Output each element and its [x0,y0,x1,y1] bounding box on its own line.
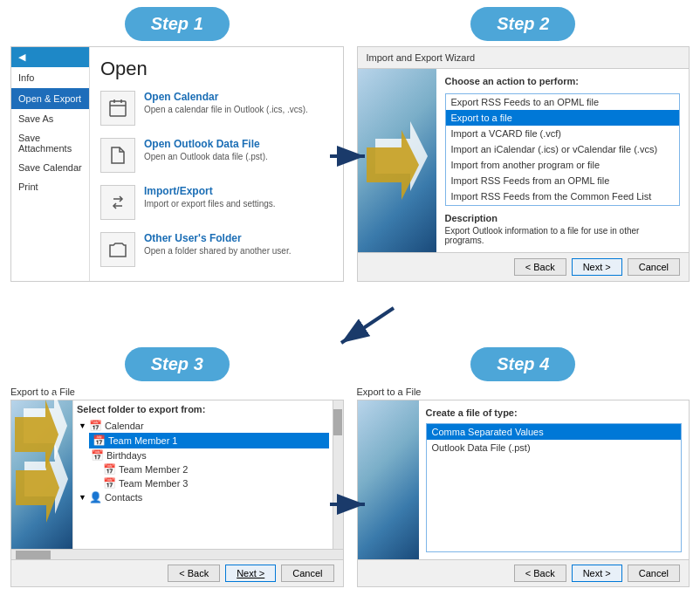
step2-label: Step 2 [470,7,575,41]
open-calendar-desc: Open a calendar file in Outlook (.ics, .… [144,105,308,114]
step4-cancel-button[interactable]: Cancel [628,565,680,582]
step4-column: Step 4 Export to a File Create a file of… [357,347,690,587]
step4-section-label: Export to a File [357,387,690,397]
sidebar-back-button[interactable]: ◀ [11,47,89,67]
open-data-file-icon [100,138,135,173]
sidebar-info-item[interactable]: Info [11,67,89,88]
team1-label: Team Member 1 [108,435,177,446]
sidebar-save-as-item[interactable]: Save As [11,109,89,128]
filetype-body: Create a file of type: Comma Separated V… [358,400,690,559]
wizard-footer: < Back Next > Cancel [358,252,690,281]
tree-item-contacts[interactable]: ▼ 👤 Contacts [77,490,329,504]
arrow-step2-to-step3 [333,304,402,351]
team3-folder-icon: 📅 [103,477,116,489]
open-calendar-item[interactable]: Open Calendar Open a calendar file in Ou… [100,91,333,126]
tree-item-birthdays[interactable]: 📅 Birthdays [89,448,329,462]
birthdays-folder-icon: 📅 [91,449,104,462]
filetype-item-pst[interactable]: Outlook Data File (.pst) [427,440,682,455]
step3-label: Step 3 [125,347,230,381]
team2-label: Team Member 2 [119,464,188,475]
open-calendar-icon [100,91,135,126]
other-user-folder-desc: Open a folder shared by another user. [144,246,291,256]
wizard-prompt: Choose an action to perform: [445,76,681,86]
filetype-list[interactable]: Comma Separated Values Outlook Data File… [426,423,683,552]
other-user-folder-text: Other User's Folder Open a folder shared… [144,232,291,256]
other-user-folder-name: Other User's Folder [144,232,291,244]
step3-back-button[interactable]: < Back [168,565,220,582]
arrow-step1-to-step2 [328,143,372,173]
filetype-footer: < Back Next > Cancel [358,559,690,586]
wizard-list-item-1[interactable]: Export to a file [446,110,680,126]
filetype-main: Create a file of type: Comma Separated V… [419,400,690,559]
other-user-folder-item[interactable]: Other User's Folder Open a folder shared… [100,232,333,267]
other-user-folder-icon [100,232,135,267]
open-data-file-name: Open Outlook Data File [144,138,268,150]
folder-scrollbar[interactable] [333,400,343,549]
wizard-list-item-5[interactable]: Import RSS Feeds from an OPML file [446,173,680,188]
svg-rect-0 [110,101,126,116]
tree-expand-contacts: ▼ [79,493,86,502]
sidebar-save-attachments-item[interactable]: Save Attachments [11,128,89,158]
scrollbar-thumb [333,409,342,435]
step2-cancel-button[interactable]: Cancel [628,258,680,276]
step2-column: Step 2 Import and Export Wizard Choose a [357,7,690,282]
wizard-desc-title: Description [445,213,681,223]
sidebar-open-export-item[interactable]: Open & Export [11,88,89,109]
folder-footer: < Back Next > Cancel [11,559,343,586]
step4-label: Step 4 [470,347,575,381]
import-export-icon [100,185,135,220]
step3-next-button[interactable]: Next > [225,565,276,582]
step1-column: Step 1 ◀ Info Open & Export Save As Save… [10,7,344,282]
filetype-window: Create a file of type: Comma Separated V… [357,400,690,587]
wizard-window: Import and Export Wizard Choose an actio… [357,46,690,282]
folder-main: Select folder to export from: ▼ 📅 Calend… [72,400,343,549]
wizard-list-item-2[interactable]: Import a VCARD file (.vcf) [446,126,680,141]
import-export-desc: Import or export files and settings. [144,199,276,209]
outlook-window: ◀ Info Open & Export Save As Save Attach… [10,46,344,282]
filetype-item-csv[interactable]: Comma Separated Values [427,424,682,440]
birthdays-label: Birthdays [106,450,147,461]
step4-header: Step 4 [357,347,690,381]
team2-folder-icon: 📅 [103,463,116,476]
filetype-prompt: Create a file of type: [426,407,683,418]
wizard-body: Choose an action to perform: Export RSS … [358,69,690,252]
sidebar-print-item[interactable]: Print [11,177,89,196]
open-calendar-text: Open Calendar Open a calendar file in Ou… [144,91,308,114]
tree-item-team2[interactable]: 📅 Team Member 2 [101,462,329,476]
step2-next-button[interactable]: Next > [572,258,622,276]
wizard-list[interactable]: Export RSS Feeds to an OPML file Export … [445,93,681,206]
step4-next-button[interactable]: Next > [572,565,622,582]
step1-label: Step 1 [125,7,230,41]
wizard-list-item-0[interactable]: Export RSS Feeds to an OPML file [446,94,680,110]
hscroll-thumb [16,551,51,559]
calendar-folder-icon: 📅 [89,420,102,432]
horizontal-scrollbar[interactable] [11,549,343,559]
team1-folder-icon: 📅 [93,435,106,447]
open-data-file-item[interactable]: Open Outlook Data File Open an Outlook d… [100,138,333,173]
step2-back-button[interactable]: < Back [514,258,566,276]
open-title: Open [100,58,333,80]
filetype-banner [358,400,419,559]
wizard-main: Choose an action to perform: Export RSS … [436,69,690,252]
wizard-list-item-3[interactable]: Import an iCalendar (.ics) or vCalendar … [446,141,680,157]
tree-expand-calendar: ▼ [79,421,86,430]
import-export-item[interactable]: Import/Export Import or export files and… [100,185,333,220]
wizard-list-item-6[interactable]: Import RSS Feeds from the Common Feed Li… [446,188,680,204]
outlook-content: Open Open Calend [90,47,343,281]
calendar-label: Calendar [105,421,144,431]
wizard-list-item-4[interactable]: Import from another program or file [446,157,680,173]
sidebar-save-calendar-item[interactable]: Save Calendar [11,158,89,177]
step3-cancel-button[interactable]: Cancel [281,565,333,582]
tree-item-team1[interactable]: 📅 Team Member 1 [89,433,329,448]
back-arrow-icon: ◀ [18,51,25,63]
tree-item-calendar[interactable]: ▼ 📅 Calendar [77,419,329,433]
folder-tree[interactable]: Select folder to export from: ▼ 📅 Calend… [73,400,333,549]
contacts-folder-icon: 👤 [89,491,102,503]
folder-prompt: Select folder to export from: [77,404,329,414]
step4-back-button[interactable]: < Back [514,565,566,582]
tree-item-team3[interactable]: 📅 Team Member 3 [101,476,329,490]
between-rows-spacer [10,312,690,347]
open-data-file-desc: Open an Outlook data file (.pst). [144,152,268,161]
outlook-sidebar: ◀ Info Open & Export Save As Save Attach… [11,47,90,281]
step2-header: Step 2 [357,7,690,41]
